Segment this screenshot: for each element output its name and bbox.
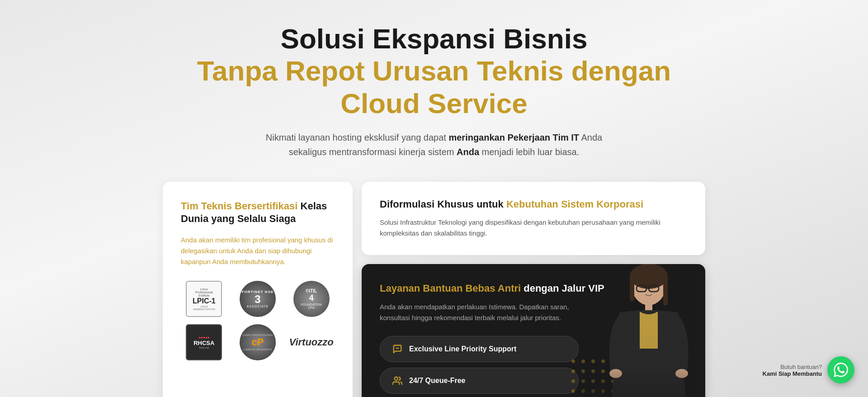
cert-nse: FORTINET NSE 3 ASSOCIATE (235, 281, 281, 317)
subtitle: Nikmati layanan hosting eksklusif yang d… (253, 130, 615, 159)
page-wrapper: Solusi Ekspansi Bisnis Tanpa Repot Urusa… (0, 0, 868, 397)
left-card: Tim Teknis Bersertifikasi Kelas Dunia ya… (163, 182, 353, 397)
main-title: Solusi Ekspansi Bisnis Tanpa Repot Urusa… (185, 23, 683, 119)
priority-support-button[interactable]: Exclusive Line Priority Support (380, 336, 579, 362)
bottom-dark-card: Layanan Bantuan Bebas Antri dengan Jalur… (362, 264, 705, 397)
cert-rhcsa: ●●●●● RHCSA Red Hat (181, 324, 227, 360)
whatsapp-button[interactable] (827, 356, 854, 383)
queue-free-label: 24/7 Queue-Free (409, 377, 466, 385)
cert-cpanel: CANAL PROFESSIONAL cP CAMPUS UNIVERSITY (235, 324, 281, 360)
cards-section: Tim Teknis Bersertifikasi Kelas Dunia ya… (163, 182, 705, 397)
cert-lpic: LinuxProfessionalInstitute LPIC-1 LINUX … (181, 281, 227, 317)
right-section: Diformulasi Khusus untuk Kebutuhan Siste… (362, 182, 705, 397)
certification-grid: LinuxProfessionalInstitute LPIC-1 LINUX … (181, 281, 335, 360)
queue-free-icon (391, 374, 404, 387)
left-card-description: Anda akan memiliki tim profesional yang … (181, 235, 335, 267)
help-text-container: Butuh bantuan? Kami Siap Membantu (763, 364, 822, 377)
cert-itil: ©ITIL 4 FOUNDATIONCPD (288, 281, 335, 317)
cert-virtuozzo: Virtuozzo (288, 324, 335, 360)
title-gold: Tanpa Repot Urusan Teknis dengan Cloud S… (197, 55, 671, 118)
top-right-card-title: Diformulasi Khusus untuk Kebutuhan Siste… (380, 198, 687, 211)
feature-buttons: Exclusive Line Priority Support 24/7 Que… (380, 336, 579, 394)
queue-free-button[interactable]: 24/7 Queue-Free (380, 368, 579, 394)
dark-card-description: Anda akan mendapatkan perlakuan Istimewa… (380, 302, 597, 323)
title-black: Solusi Ekspansi Bisnis (281, 23, 588, 54)
top-right-card: Diformulasi Khusus untuk Kebutuhan Siste… (362, 182, 705, 255)
whatsapp-icon (834, 363, 848, 377)
left-card-title: Tim Teknis Bersertifikasi Kelas Dunia ya… (181, 200, 335, 226)
priority-support-icon (391, 343, 404, 355)
priority-support-label: Exclusive Line Priority Support (409, 345, 516, 353)
top-right-card-description: Solusi Infrastruktur Teknologi yang disp… (380, 217, 687, 239)
svg-point-1 (395, 377, 398, 380)
person-image (579, 264, 705, 397)
svg-rect-12 (579, 264, 705, 397)
header-section: Solusi Ekspansi Bisnis Tanpa Repot Urusa… (185, 23, 683, 159)
